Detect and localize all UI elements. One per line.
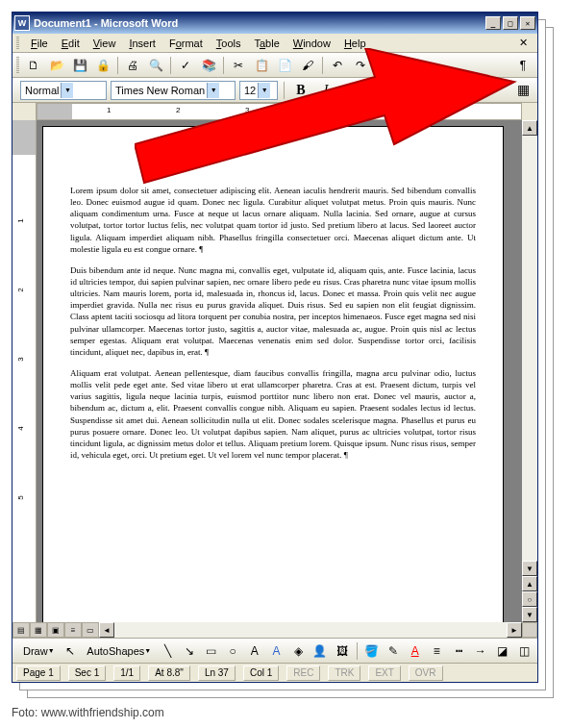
spellcheck-icon[interactable]: ✓ — [175, 55, 196, 76]
ruler-corner — [12, 103, 37, 120]
status-line: Ln 37 — [198, 665, 236, 681]
scroll-down-icon[interactable]: ▼ — [522, 561, 537, 576]
oval-icon[interactable]: ○ — [223, 640, 242, 662]
reading-view-icon[interactable]: ▭ — [82, 622, 99, 638]
style-value: Normal — [25, 85, 59, 96]
undo-icon[interactable]: ↶ — [327, 55, 348, 76]
menubar: File Edit View Insert Format Tools Table… — [12, 34, 537, 53]
status-trk[interactable]: TRK — [328, 665, 360, 681]
chevron-down-icon[interactable]: ▼ — [207, 83, 219, 98]
horizontal-ruler[interactable]: 1 2 3 4 5 6 — [37, 103, 522, 120]
scroll-left-icon[interactable]: ◄ — [99, 622, 114, 638]
style-combo[interactable]: Normal ▼ — [20, 81, 107, 100]
draw-menu[interactable]: Draw ▼ — [19, 641, 59, 661]
wordart-icon[interactable]: A — [267, 640, 286, 662]
vertical-scrollbar[interactable]: ▲ ▼ ▲ ○ ▼ — [522, 120, 537, 622]
new-icon[interactable]: 🗋 — [23, 55, 44, 76]
web-view-icon[interactable]: ▦ — [30, 622, 47, 638]
resize-grip[interactable] — [522, 622, 537, 638]
textbox-icon[interactable]: A — [245, 640, 264, 662]
menu-format[interactable]: Format — [163, 36, 209, 51]
diagram-icon[interactable]: ◈ — [288, 640, 308, 662]
close-document-button[interactable]: ✕ — [513, 35, 534, 51]
paragraph[interactable]: Lorem ipsum dolor sit amet, consectetuer… — [70, 185, 476, 255]
status-page: Page 1 — [16, 665, 61, 681]
menu-view[interactable]: View — [87, 36, 122, 51]
status-ovr[interactable]: OVR — [409, 665, 443, 681]
chevron-down-icon[interactable]: ▼ — [61, 83, 73, 98]
permission-icon[interactable]: 🔒 — [92, 55, 113, 76]
chevron-down-icon[interactable]: ▼ — [258, 83, 270, 98]
format-painter-icon[interactable]: 🖌 — [297, 55, 318, 76]
dash-style-icon[interactable]: ┅ — [449, 640, 468, 662]
next-page-icon[interactable]: ▼ — [522, 607, 537, 622]
scroll-up-icon[interactable]: ▲ — [522, 120, 537, 136]
formatting-toolbar: Normal ▼ Times New Roman ▼ 12 ▼ B I U ▦ — [12, 78, 537, 103]
menu-edit[interactable]: Edit — [56, 36, 86, 51]
research-icon[interactable]: 📚 — [198, 55, 219, 76]
vertical-ruler[interactable]: 1 2 3 4 5 — [12, 120, 37, 622]
size-value: 12 — [244, 85, 256, 96]
document-pane[interactable]: Lorem ipsum dolor sit amet, consectetuer… — [37, 120, 522, 622]
autoshapes-menu[interactable]: AutoShapes ▼ — [83, 641, 155, 661]
shadow-icon[interactable]: ◪ — [493, 640, 512, 662]
cut-icon[interactable]: ✂ — [228, 55, 249, 76]
toolbar-handle[interactable] — [16, 57, 19, 74]
size-combo[interactable]: 12 ▼ — [239, 81, 278, 100]
browse-object-icon[interactable]: ○ — [522, 591, 537, 607]
scroll-track[interactable] — [114, 622, 507, 638]
print-icon[interactable]: 🖨 — [122, 55, 143, 76]
status-rec[interactable]: REC — [286, 665, 320, 681]
pilcrow-icon[interactable]: ¶ — [512, 55, 534, 76]
threed-icon[interactable]: ◫ — [514, 640, 534, 662]
italic-button[interactable]: I — [315, 80, 336, 101]
close-button[interactable]: ✕ — [520, 16, 535, 30]
horizontal-scrollbar[interactable]: ◄ ► — [99, 622, 522, 638]
menu-insert[interactable]: Insert — [123, 36, 161, 51]
paragraph[interactable]: Duis bibendum ante id neque. Nunc magna … — [70, 264, 476, 358]
status-pages: 1/1 — [113, 665, 140, 681]
fill-color-icon[interactable]: 🪣 — [361, 640, 381, 662]
copy-icon[interactable]: 📋 — [251, 55, 272, 76]
line-style-icon[interactable]: ≡ — [428, 640, 447, 662]
outline-view-icon[interactable]: ≡ — [64, 622, 82, 638]
toolbar-handle[interactable] — [16, 37, 19, 50]
menu-help[interactable]: Help — [338, 36, 372, 51]
rectangle-icon[interactable]: ▭ — [202, 640, 221, 662]
print-view-icon[interactable]: ▣ — [47, 622, 64, 638]
paste-icon[interactable]: 📄 — [274, 55, 295, 76]
line-icon[interactable]: ╲ — [158, 640, 177, 662]
arrow-icon[interactable]: ↘ — [180, 640, 199, 662]
save-icon[interactable]: 💾 — [69, 55, 90, 76]
open-icon[interactable]: 📂 — [46, 55, 67, 76]
titlebar[interactable]: W Document1 - Microsoft Word _ □ ✕ — [12, 13, 537, 34]
status-column: Col 1 — [243, 665, 279, 681]
prev-page-icon[interactable]: ▲ — [522, 576, 537, 591]
menu-tools[interactable]: Tools — [211, 36, 247, 51]
bold-button[interactable]: B — [290, 80, 311, 101]
normal-view-icon[interactable]: ▤ — [12, 622, 30, 638]
line-color-icon[interactable]: ✎ — [384, 640, 403, 662]
arrow-style-icon[interactable]: → — [471, 640, 490, 662]
menu-window[interactable]: Window — [287, 36, 336, 51]
maximize-button[interactable]: □ — [503, 16, 518, 30]
underline-button[interactable]: U — [340, 80, 361, 101]
paragraph[interactable]: Aliquam erat volutpat. Aenean pellentesq… — [70, 367, 476, 461]
document-page[interactable]: Lorem ipsum dolor sit amet, consectetuer… — [42, 126, 504, 622]
indent-button[interactable]: ▦ — [512, 80, 534, 101]
redo-icon[interactable]: ↷ — [350, 55, 371, 76]
font-combo[interactable]: Times New Roman ▼ — [111, 81, 236, 100]
menu-table[interactable]: Table — [248, 36, 285, 51]
scroll-track[interactable] — [522, 136, 537, 561]
preview-icon[interactable]: 🔍 — [145, 55, 166, 76]
status-ext[interactable]: EXT — [368, 665, 400, 681]
statusbar: Page 1 Sec 1 1/1 At 8.8" Ln 37 Col 1 REC… — [12, 663, 537, 682]
horizontal-ruler-row: 1 2 3 4 5 6 — [12, 103, 537, 120]
picture-icon[interactable]: 🖼 — [333, 640, 352, 662]
clipart-icon[interactable]: 👤 — [310, 640, 330, 662]
menu-file[interactable]: File — [25, 36, 54, 51]
scroll-right-icon[interactable]: ► — [507, 622, 522, 638]
minimize-button[interactable]: _ — [485, 16, 501, 30]
font-color-icon[interactable]: A — [406, 640, 425, 662]
select-icon[interactable]: ↖ — [62, 640, 81, 662]
